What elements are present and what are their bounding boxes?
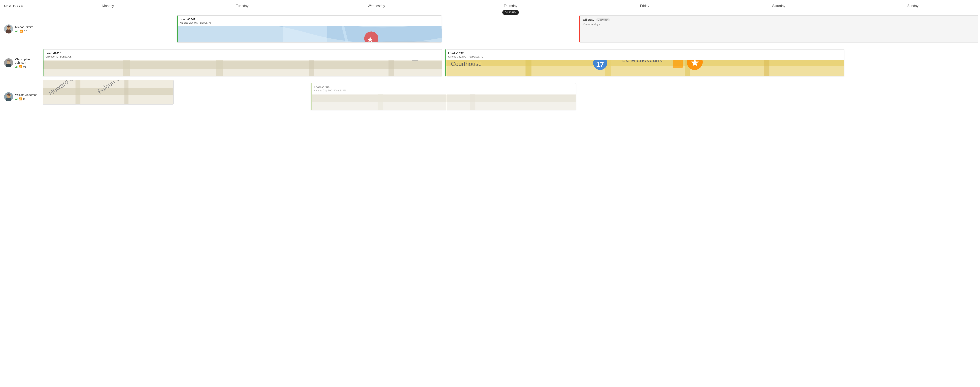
load-1037-map: ★ Security Administration Lee County Cou… [446, 60, 844, 76]
svg-point-61 [10, 95, 11, 96]
driver-info-william: William Anderson 📶 03 [15, 93, 37, 101]
svg-point-19 [7, 59, 11, 61]
svg-rect-66 [124, 80, 129, 104]
svg-point-4 [8, 28, 8, 28]
load-1041-route: Kansas City, MO - Detroit, MI [180, 21, 439, 24]
driver-row-michael: Michael Smith 📶 12 Load #10 [0, 12, 980, 46]
svg-point-7 [6, 27, 8, 28]
driver-name-michael: Michael Smith [15, 26, 33, 29]
day-thursday: Thursday 04:20 PM [444, 2, 578, 10]
time-line [447, 12, 447, 46]
day-saturday: Saturday [712, 2, 846, 10]
svg-rect-73 [378, 94, 383, 110]
sunday-cell-christopher [846, 46, 980, 80]
load-card-1066[interactable]: Load #1066 Kansas City, MO - Detroit, MI [311, 83, 576, 110]
driver-number-william: 03 [23, 98, 26, 101]
svg-rect-52 [673, 60, 683, 68]
svg-text:"La Michoacana": "La Michoacana" [620, 60, 665, 63]
load-1037-number: Load #1037 [448, 51, 842, 55]
load-1041-map: ★ [178, 26, 442, 42]
avatar-christopher [4, 58, 13, 67]
driver-status-michael: 📶 12 [15, 30, 33, 33]
svg-point-60 [6, 95, 8, 96]
load-1041-number: Load #1041 [180, 18, 439, 21]
off-duty-header: Off Duty 9 days left [583, 18, 975, 21]
load-1015-map [43, 60, 442, 76]
off-duty-cell[interactable]: Off Duty 9 days left Personal days [578, 12, 980, 46]
svg-point-5 [9, 28, 10, 28]
driver-row-christopher: Christopher Johnson 📶 01 Load #1015 Chic… [0, 46, 980, 80]
day-tuesday: Tuesday [175, 2, 309, 10]
svg-rect-72 [312, 95, 576, 102]
svg-rect-54 [6, 98, 11, 101]
monday-cell-michael [41, 12, 175, 46]
svg-text:17: 17 [596, 61, 604, 69]
time-line-3 [447, 80, 447, 114]
day-friday: Friday [578, 2, 712, 10]
svg-text:★: ★ [367, 36, 374, 42]
load-card-1015[interactable]: Load #1015 Chicago, IL - Dallas, Ok [43, 49, 442, 77]
driver-status-christopher: 📶 01 [15, 65, 38, 68]
driver-number-christopher: 01 [23, 65, 26, 68]
load-1066-map [312, 94, 576, 110]
svg-point-57 [8, 96, 8, 96]
days-badge: 9 days left [596, 18, 610, 21]
load-1066-number: Load #1066 [314, 85, 574, 89]
driver-cell-william: William Anderson 📶 03 [0, 80, 41, 114]
off-duty-card[interactable]: Off Duty 9 days left Personal days [579, 15, 978, 43]
load-1015-number: Load #1015 [46, 51, 439, 55]
svg-point-8 [10, 27, 11, 28]
wifi-icon-michael: 📶 [19, 30, 23, 33]
load-1037-route: Kansas City, MO - Kankakee, IL [448, 55, 842, 58]
tuesday-cell-william [175, 80, 309, 114]
svg-point-17 [8, 62, 8, 62]
day-wednesday: Wednesday [309, 2, 444, 10]
load-1066-route: Kansas City, MO - Detroit, MI [314, 89, 574, 92]
load-1015-route: Chicago, IL - Dallas, Ok [46, 55, 439, 58]
load-card-1041[interactable]: Load #1041 Kansas City, MO - Detroit, MI [177, 15, 442, 43]
sort-header[interactable]: Most Hours [0, 2, 41, 10]
wifi-icon-christopher: 📶 [19, 65, 22, 68]
svg-rect-10 [283, 26, 327, 42]
load-card-1041-cell[interactable]: Load #1041 Kansas City, MO - Detroit, MI [175, 12, 444, 46]
signal-icon-christopher [15, 65, 18, 68]
svg-rect-26 [388, 60, 394, 76]
driver-name-william: William Anderson [15, 93, 37, 96]
header-row: Most Hours Monday Tuesday Wednesday Thur… [0, 0, 980, 12]
thursday-label: Thursday [504, 4, 517, 8]
signal-icon-william [15, 98, 18, 100]
driver-cell-michael: Michael Smith 📶 12 [0, 12, 41, 46]
load-card-1037-cell[interactable]: Load #1037 Kansas City, MO - Kankakee, I… [444, 46, 846, 80]
avatar-michael [4, 24, 13, 34]
driver-status-william: 📶 03 [15, 98, 37, 101]
svg-rect-65 [75, 80, 80, 104]
off-duty-reason: Personal days [583, 22, 975, 26]
driver-name-christopher: Christopher Johnson [15, 58, 38, 64]
schedule-container: Most Hours Monday Tuesday Wednesday Thur… [0, 0, 980, 114]
signal-icon-michael [15, 30, 18, 32]
svg-point-58 [9, 96, 10, 96]
svg-point-18 [9, 62, 10, 62]
svg-rect-74 [470, 94, 476, 110]
driver-row-william: William Anderson 📶 03 [0, 80, 980, 114]
svg-rect-14 [6, 64, 11, 67]
day-monday: Monday [41, 2, 175, 10]
svg-text:Courthouse: Courthouse [451, 61, 482, 67]
svg-rect-35 [764, 60, 769, 76]
svg-rect-32 [525, 60, 531, 76]
partial-map-cell: Howard St Falcon St [41, 80, 175, 114]
sunday-cell-william [846, 80, 980, 114]
driver-info-christopher: Christopher Johnson 📶 01 [15, 58, 38, 68]
svg-rect-2 [6, 30, 11, 34]
svg-text:★: ★ [690, 60, 699, 68]
driver-number-michael: 12 [24, 30, 27, 33]
svg-rect-23 [123, 60, 130, 76]
svg-rect-21 [43, 61, 442, 69]
load-card-1066-cell[interactable]: Load #1066 Kansas City, MO - Detroit, MI [309, 80, 578, 114]
saturday-cell-william [712, 80, 846, 114]
thursday-cell-michael [444, 12, 578, 46]
load-card-1037[interactable]: Load #1037 Kansas City, MO - Kankakee, I… [445, 49, 844, 77]
svg-rect-25 [309, 60, 314, 76]
load-card-1015-cell[interactable]: Load #1015 Chicago, IL - Dallas, Ok [41, 46, 444, 80]
wifi-icon-william: 📶 [19, 98, 22, 101]
